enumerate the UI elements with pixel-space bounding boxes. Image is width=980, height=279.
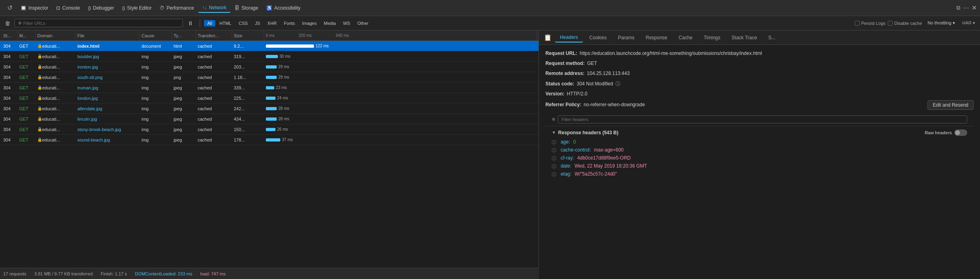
method-cell: GET [18, 96, 36, 101]
tab-performance[interactable]: ⏱ Performance [156, 4, 198, 12]
tab-params[interactable]: Params [613, 33, 639, 42]
header-info-icon[interactable]: ⓘ [552, 140, 557, 146]
filter-images[interactable]: Images [299, 20, 320, 26]
table-row[interactable]: 304 GET 🔒 educati... truman.jpg img jpeg… [0, 83, 539, 93]
tab-debugger[interactable]: {} Debugger [84, 4, 118, 12]
popout-button[interactable]: ⧉ [956, 4, 960, 11]
edit-resend-button[interactable]: Edit and Resend [927, 100, 974, 110]
header-info-icon[interactable]: ⓘ [552, 172, 557, 178]
request-rows: 304 GET 🔒 educati... index.html document… [0, 41, 539, 145]
table-row[interactable]: 304 GET 🔒 educati... ironton.jpg img jpe… [0, 62, 539, 72]
detail-panel: 📋 Headers Cookies Params Response Cache … [539, 30, 980, 268]
filter-html[interactable]: HTML [216, 20, 235, 26]
file-cell: boulder.jpg [76, 54, 140, 59]
timeline-bar [266, 117, 277, 121]
col-status: St... [2, 30, 18, 40]
lock-icon: 🔒 [37, 54, 42, 59]
persist-logs-area: Persist Logs [855, 21, 886, 26]
tab-storage[interactable]: 🗄 Storage [231, 4, 262, 12]
col-file: File [76, 30, 140, 40]
timeline-ms: 28 ms [278, 106, 289, 111]
transferred-cell: cached [196, 106, 232, 111]
disable-cache-checkbox[interactable] [888, 21, 893, 26]
tab-accessibility[interactable]: ♿ Accessibility [262, 4, 304, 12]
transferred-cell: cached [196, 117, 232, 121]
timeline-cell: 23 ms [264, 85, 537, 90]
tab-timings[interactable]: Timings [699, 33, 725, 42]
tab-headers[interactable]: Headers [555, 33, 583, 42]
tab-cache[interactable]: Cache [674, 33, 697, 42]
table-row[interactable]: 304 GET 🔒 educati... stony-brook-beach.j… [0, 124, 539, 135]
header-value: 4db0ce17d88f9ee5-ORD [577, 155, 631, 161]
tab-stack-trace[interactable]: Stack Trace [727, 33, 762, 42]
cause-cell: img [140, 127, 172, 132]
header-info-icon[interactable]: ⓘ [552, 164, 557, 170]
har-button[interactable]: HAR ▾ [961, 20, 977, 26]
clear-button[interactable]: 🗑 [3, 20, 12, 26]
type-cell: jpeg [172, 127, 196, 132]
type-filters: All HTML CSS JS XHR Fonts Images Media W… [204, 20, 372, 26]
status-code-value: 304 Not Modified [577, 80, 613, 88]
request-url-value: https://education.launchcode.org/html-me… [580, 50, 762, 57]
table-row[interactable]: 304 GET 🔒 educati... sound-beach.jpg img… [0, 135, 539, 145]
reload-button[interactable]: ↺ [3, 2, 16, 13]
no-throttling-button[interactable]: No throttling ▾ [924, 20, 958, 26]
version-label: Version: [545, 90, 564, 98]
tab-inspector[interactable]: 🔲 Inspector [16, 4, 52, 12]
tab-response[interactable]: Response [641, 33, 672, 42]
col-cause: Cause [140, 30, 172, 40]
lock-icon: 🔒 [37, 106, 42, 111]
filter-ws[interactable]: WS [340, 20, 353, 26]
pause-button[interactable]: ⏸ [185, 20, 196, 26]
filter-headers-input[interactable] [558, 115, 967, 123]
table-row[interactable]: 304 GET 🔒 educati... lincoln.jpg img jpe… [0, 114, 539, 124]
filter-js[interactable]: JS [252, 20, 263, 26]
transferred-cell: cached [196, 65, 232, 69]
status-cell: 304 [2, 65, 18, 69]
table-row[interactable]: 304 GET 🔒 educati... south-stl.png img p… [0, 72, 539, 83]
tab-console[interactable]: ⊡ Console [52, 4, 84, 12]
filter-xhr[interactable]: XHR [264, 20, 280, 26]
raw-headers-switch[interactable] [954, 129, 967, 136]
domain-cell: 🔒 educati... [36, 75, 76, 80]
filter-all[interactable]: All [204, 20, 215, 26]
filter-headers-icon: ⊗ [552, 117, 555, 122]
filter-other[interactable]: Other [354, 20, 372, 26]
remote-address-value: 104.25.128.113:443 [587, 70, 630, 77]
table-row[interactable]: 304 GET 🔒 educati... allendale.jpg img j… [0, 103, 539, 114]
transferred-cell: cached [196, 54, 232, 59]
timeline-cell: 28 ms [264, 117, 537, 121]
tab-security[interactable]: S... [763, 33, 780, 42]
table-row[interactable]: 304 GET 🔒 educati... boulder.jpg img jpe… [0, 51, 539, 62]
header-entry: ⓘ etag: W/"5a25c57c-24d0" [552, 171, 967, 178]
table-row[interactable]: 304 GET 🔒 educati... index.html document… [0, 41, 539, 51]
header-value: W/"5a25c57c-24d0" [575, 171, 617, 177]
close-button[interactable]: ✕ [972, 4, 977, 12]
header-info-icon[interactable]: ⓘ [552, 156, 557, 162]
filter-fonts[interactable]: Fonts [281, 20, 298, 26]
type-cell: jpeg [172, 65, 196, 69]
filter-css[interactable]: CSS [235, 20, 251, 26]
size-cell: 178... [232, 137, 264, 142]
header-name: etag: [561, 171, 571, 177]
filter-media[interactable]: Media [320, 20, 339, 26]
response-headers-section: ▼ Response headers (543 B) Raw headers ⓘ… [545, 126, 974, 182]
timeline-label-640: 640 ms [336, 33, 349, 38]
lock-icon: 🔒 [37, 75, 42, 79]
timeline-ms: 23 ms [276, 85, 287, 90]
tab-style-editor[interactable]: {} Style Editor [118, 4, 156, 12]
response-headers-title[interactable]: ▼ Response headers (543 B) Raw headers [552, 129, 967, 136]
tab-cookies[interactable]: Cookies [585, 33, 611, 42]
size-cell: 1.18... [232, 75, 264, 80]
header-info-icon[interactable]: ⓘ [552, 148, 557, 154]
status-info-icon[interactable]: ⓘ [616, 80, 620, 88]
tab-network[interactable]: ↑↓ Network [198, 3, 231, 13]
status-cell: 304 [2, 96, 18, 101]
filter-url-input[interactable] [23, 21, 179, 26]
persist-logs-checkbox[interactable] [855, 21, 860, 26]
more-button[interactable]: ⋯ [963, 4, 969, 12]
transferred-cell: cached [196, 127, 232, 132]
lock-icon: 🔒 [37, 65, 42, 69]
cause-cell: img [140, 75, 172, 80]
table-row[interactable]: 304 GET 🔒 educati... london.jpg img jpeg… [0, 93, 539, 103]
